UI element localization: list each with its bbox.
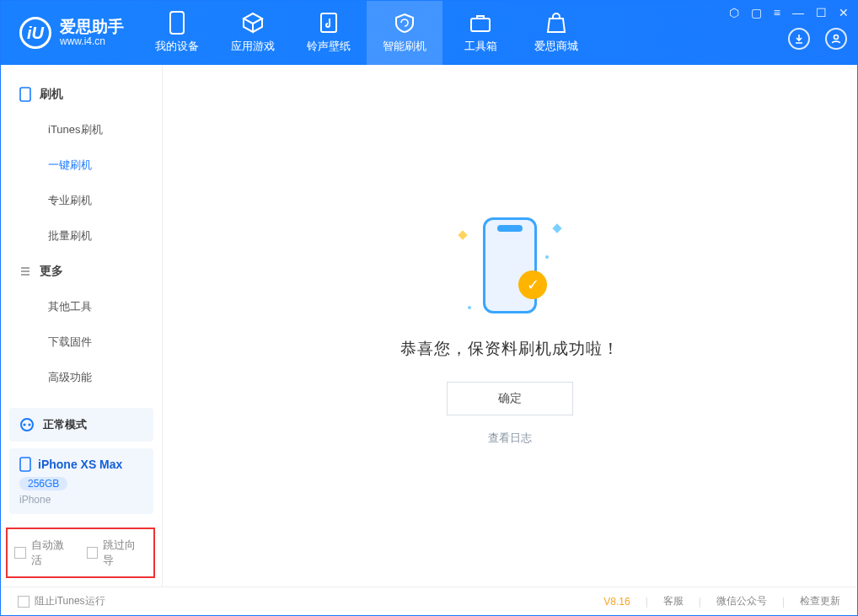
device-type: iPhone (19, 494, 143, 506)
tab-ringtones[interactable]: 铃声壁纸 (291, 1, 367, 65)
minimize-icon[interactable]: — (792, 6, 804, 19)
sidebar-item-download-firmware[interactable]: 下载固件 (1, 324, 162, 360)
svg-point-3 (834, 35, 839, 40)
logo-text: 爱思助手 www.i4.cn (60, 19, 124, 48)
header: iU 爱思助手 www.i4.cn 我的设备 应用游戏 铃声壁纸 智能刷机 (1, 1, 857, 65)
sidebar-item-other-tools[interactable]: 其他工具 (1, 289, 162, 324)
shirt-icon[interactable]: ⬡ (729, 6, 739, 19)
tab-label: 铃声壁纸 (307, 39, 351, 54)
footer: 阻止iTunes运行 V8.16 | 客服 | 微信公众号 | 检查更新 (1, 587, 857, 615)
footer-right: V8.16 | 客服 | 微信公众号 | 检查更新 (603, 594, 840, 608)
sparkle-icon (552, 223, 561, 233)
checkbox-block-itunes[interactable]: 阻止iTunes运行 (18, 594, 105, 608)
group-title: 更多 (40, 264, 63, 279)
refresh-shield-icon (394, 12, 416, 34)
sidebar-item-itunes-flash[interactable]: iTunes刷机 (1, 112, 162, 147)
device-name-row: iPhone XS Max (19, 457, 143, 472)
version-label: V8.16 (603, 596, 630, 608)
sidebar-item-oneclick-flash[interactable]: 一键刷机 (1, 147, 162, 183)
svg-rect-4 (20, 88, 30, 101)
window-controls: ⬡ ▢ ≡ — ☐ ✕ (729, 6, 849, 19)
logo: iU 爱思助手 www.i4.cn (1, 17, 139, 49)
menu-icon[interactable]: ≡ (774, 6, 780, 19)
close-icon[interactable]: ✕ (839, 6, 849, 19)
body: 刷机 iTunes刷机 一键刷机 专业刷机 批量刷机 更多 其他工具 下载固件 … (1, 65, 857, 587)
device-capacity: 256GB (19, 477, 67, 490)
separator: | (699, 596, 701, 608)
sidebar-scroll: 刷机 iTunes刷机 一键刷机 专业刷机 批量刷机 更多 其他工具 下载固件 … (1, 65, 162, 408)
list-icon (19, 265, 31, 277)
checkbox-label: 阻止iTunes运行 (35, 594, 105, 608)
sidebar-item-advanced[interactable]: 高级功能 (1, 360, 162, 395)
svg-rect-8 (20, 458, 30, 471)
skip-options-highlight: 自动激活 跳过向导 (6, 528, 155, 578)
mode-label: 正常模式 (43, 417, 87, 432)
download-icon[interactable] (788, 28, 810, 50)
tab-label: 智能刷机 (383, 39, 426, 54)
tab-apps[interactable]: 应用游戏 (215, 1, 291, 65)
checkbox-skip-guide[interactable]: 跳过向导 (87, 538, 147, 568)
mode-icon (19, 417, 35, 432)
checkbox-auto-activate[interactable]: 自动激活 (14, 538, 75, 568)
ok-button[interactable]: 确定 (447, 382, 573, 415)
user-icon[interactable] (825, 28, 847, 50)
sidebar-item-batch-flash[interactable]: 批量刷机 (1, 218, 162, 254)
feedback-icon[interactable]: ▢ (751, 6, 762, 19)
header-actions (788, 28, 847, 50)
group-title: 刷机 (40, 87, 63, 102)
device-small-icon (19, 457, 31, 472)
maximize-icon[interactable]: ☐ (816, 6, 827, 19)
svg-point-5 (21, 419, 33, 431)
tab-label: 工具箱 (464, 39, 497, 54)
app-url: www.i4.cn (60, 35, 124, 47)
tab-flash[interactable]: 智能刷机 (367, 1, 442, 65)
svg-rect-2 (471, 19, 490, 31)
view-log-link[interactable]: 查看日志 (488, 431, 532, 446)
main-content: ✓ 恭喜您，保资料刷机成功啦！ 确定 查看日志 (163, 65, 857, 587)
footer-link-update[interactable]: 检查更新 (800, 594, 840, 608)
sidebar: 刷机 iTunes刷机 一键刷机 专业刷机 批量刷机 更多 其他工具 下载固件 … (1, 65, 163, 587)
svg-rect-0 (170, 12, 184, 34)
check-badge-icon: ✓ (518, 271, 547, 299)
svg-point-6 (23, 423, 25, 426)
svg-point-7 (28, 423, 30, 426)
sparkle-icon (458, 230, 467, 239)
success-illustration: ✓ (451, 206, 569, 324)
checkbox-label: 自动激活 (31, 538, 75, 568)
tab-label: 应用游戏 (231, 39, 275, 54)
tab-store[interactable]: 爱思商城 (518, 1, 594, 65)
tab-label: 我的设备 (155, 39, 199, 54)
separator: | (646, 596, 648, 608)
device-card[interactable]: iPhone XS Max 256GB iPhone (9, 448, 153, 514)
footer-link-service[interactable]: 客服 (663, 594, 684, 608)
footer-link-wechat[interactable]: 微信公众号 (716, 594, 767, 608)
checkbox-icon (18, 596, 29, 608)
checkbox-icon (87, 547, 99, 559)
bag-icon (545, 12, 567, 34)
separator: | (782, 596, 785, 608)
top-tabs: 我的设备 应用游戏 铃声壁纸 智能刷机 工具箱 爱思商城 (139, 1, 594, 65)
app-name: 爱思助手 (60, 19, 124, 36)
sidebar-item-pro-flash[interactable]: 专业刷机 (1, 183, 162, 218)
device-icon (19, 87, 31, 102)
device-name: iPhone XS Max (38, 458, 122, 471)
cube-icon (242, 12, 264, 34)
success-message: 恭喜您，保资料刷机成功啦！ (400, 338, 619, 360)
checkbox-label: 跳过向导 (103, 538, 147, 568)
dot-icon (545, 255, 549, 259)
briefcase-icon (469, 12, 491, 34)
music-file-icon (318, 12, 340, 34)
sidebar-group-more: 更多 (1, 254, 162, 289)
logo-icon: iU (19, 17, 51, 49)
tab-label: 爱思商城 (534, 39, 578, 54)
phone-icon (166, 12, 188, 34)
tab-my-device[interactable]: 我的设备 (139, 1, 215, 65)
app-window: iU 爱思助手 www.i4.cn 我的设备 应用游戏 铃声壁纸 智能刷机 (0, 0, 858, 616)
mode-bar[interactable]: 正常模式 (9, 408, 153, 442)
dot-icon (468, 306, 471, 309)
tab-toolbox[interactable]: 工具箱 (442, 1, 518, 65)
checkbox-icon (14, 547, 26, 559)
sidebar-group-flash: 刷机 (1, 77, 162, 112)
